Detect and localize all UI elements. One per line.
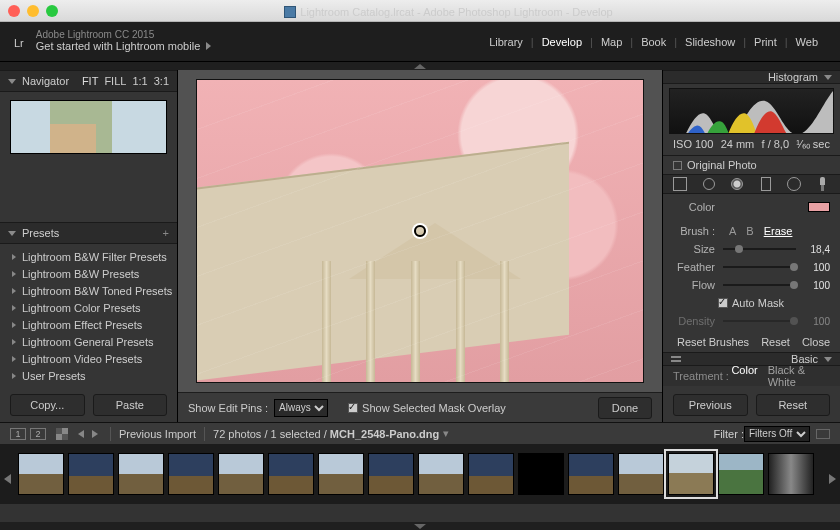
preset-folder[interactable]: Lightroom B&W Filter Presets xyxy=(0,248,177,265)
show-edit-pins-label: Show Edit Pins : xyxy=(188,402,268,414)
automask-checkbox[interactable] xyxy=(718,298,728,308)
preset-folder[interactable]: Lightroom B&W Presets xyxy=(0,265,177,282)
brush-erase-tab[interactable]: Erase xyxy=(764,225,793,237)
center-panel: Show Edit Pins : Always Show Selected Ma… xyxy=(178,70,662,422)
filmstrip-thumb[interactable] xyxy=(118,453,164,495)
treatment-bw[interactable]: Black & White xyxy=(768,364,830,388)
color-swatch[interactable] xyxy=(808,202,830,212)
histogram-header[interactable]: Histogram xyxy=(663,70,840,84)
main-window-button[interactable]: 1 xyxy=(10,428,26,440)
filmstrip-bar: 1 2 Previous Import 72 photos / 1 select… xyxy=(0,422,840,444)
spot-tool[interactable] xyxy=(700,175,718,193)
zoom-1-1[interactable]: 1:1 xyxy=(132,75,147,87)
size-slider[interactable] xyxy=(723,248,796,250)
flow-slider[interactable] xyxy=(723,284,796,286)
filmstrip-thumb[interactable] xyxy=(318,453,364,495)
preset-folder[interactable]: User Presets xyxy=(0,367,177,384)
filmstrip-thumb[interactable] xyxy=(368,453,414,495)
filmstrip-thumb[interactable] xyxy=(168,453,214,495)
basic-title: Basic xyxy=(791,353,818,365)
filmstrip-thumb[interactable] xyxy=(268,453,314,495)
module-develop[interactable]: Develop xyxy=(534,36,590,48)
flow-value: 100 xyxy=(802,280,830,291)
presets-header[interactable]: Presets + xyxy=(0,222,177,244)
show-edit-pins-select[interactable]: Always xyxy=(274,399,328,417)
filter-select[interactable]: Filters Off xyxy=(744,426,810,442)
second-window-button[interactable]: 2 xyxy=(30,428,46,440)
traffic-light-minimize[interactable] xyxy=(27,5,39,17)
filmstrip-thumb[interactable] xyxy=(768,453,814,495)
preset-folder[interactable]: Lightroom Video Presets xyxy=(0,350,177,367)
brush-pin-icon[interactable] xyxy=(414,225,426,237)
copy-button[interactable]: Copy... xyxy=(10,394,85,416)
basic-header[interactable]: Basic xyxy=(663,352,840,366)
adjustment-brush-tool[interactable] xyxy=(814,175,832,193)
preset-folder[interactable]: Lightroom Color Presets xyxy=(0,299,177,316)
zoom-fit[interactable]: FIT xyxy=(82,75,99,87)
filmstrip-thumb[interactable] xyxy=(618,453,664,495)
module-print[interactable]: Print xyxy=(746,36,785,48)
filmstrip-thumb[interactable] xyxy=(418,453,464,495)
crop-tool[interactable] xyxy=(671,175,689,193)
filmstrip-thumb[interactable] xyxy=(68,453,114,495)
radial-filter-tool[interactable] xyxy=(785,175,803,193)
left-button-row: Copy... Paste xyxy=(0,388,177,422)
navigator-preview[interactable] xyxy=(10,100,167,154)
original-photo-row[interactable]: Original Photo xyxy=(663,156,840,175)
identity-plate[interactable]: Adobe Lightroom CC 2015 Get started with… xyxy=(36,29,211,54)
filmstrip-thumb[interactable] xyxy=(518,453,564,495)
grid-icon[interactable] xyxy=(56,428,68,440)
photo-canvas[interactable] xyxy=(196,79,644,383)
filter-label: Filter : xyxy=(713,428,744,440)
nav-back-icon[interactable] xyxy=(78,430,84,438)
close-link[interactable]: Close xyxy=(802,336,830,348)
filmstrip-thumb[interactable] xyxy=(568,453,614,495)
redeye-tool[interactable] xyxy=(728,175,746,193)
preset-folder[interactable]: Lightroom Effect Presets xyxy=(0,316,177,333)
navigator-header[interactable]: Navigator FIT FILL 1:1 3:1 xyxy=(0,70,177,92)
tool-strip xyxy=(663,175,840,194)
preset-folder[interactable]: Lightroom General Presets xyxy=(0,333,177,350)
image-viewport[interactable] xyxy=(178,70,662,392)
automask-row[interactable]: Auto Mask xyxy=(673,294,830,312)
module-web[interactable]: Web xyxy=(788,36,826,48)
filmstrip[interactable] xyxy=(0,444,840,504)
reset-brushes-link[interactable]: Reset Brushes xyxy=(677,336,749,348)
filmstrip-thumb[interactable] xyxy=(668,453,714,495)
feather-value: 100 xyxy=(802,262,830,273)
treatment-color[interactable]: Color xyxy=(731,364,757,388)
header-collapse-handle[interactable] xyxy=(0,62,840,70)
source-crumb[interactable]: Previous Import xyxy=(119,428,196,440)
module-map[interactable]: Map xyxy=(593,36,630,48)
filmstrip-thumb[interactable] xyxy=(718,453,764,495)
filmstrip-thumb[interactable] xyxy=(218,453,264,495)
nav-forward-icon[interactable] xyxy=(92,430,98,438)
previous-button[interactable]: Previous xyxy=(673,394,748,416)
module-library[interactable]: Library xyxy=(481,36,531,48)
module-book[interactable]: Book xyxy=(633,36,674,48)
current-file: MCH_2548-Pano.dng xyxy=(330,428,439,440)
filmstrip-thumb[interactable] xyxy=(468,453,514,495)
histogram[interactable] xyxy=(669,88,834,134)
disclosure-icon xyxy=(8,79,16,84)
traffic-light-close[interactable] xyxy=(8,5,20,17)
paste-button[interactable]: Paste xyxy=(93,394,168,416)
mask-overlay-checkbox[interactable] xyxy=(348,403,358,413)
preset-folder[interactable]: Lightroom B&W Toned Presets xyxy=(0,282,177,299)
reset-link[interactable]: Reset xyxy=(761,336,790,348)
module-slideshow[interactable]: Slideshow xyxy=(677,36,743,48)
add-preset-icon[interactable]: + xyxy=(163,227,169,239)
reset-button[interactable]: Reset xyxy=(756,394,831,416)
filmstrip-collapse-handle[interactable] xyxy=(0,522,840,530)
feather-slider[interactable] xyxy=(723,266,796,268)
filter-lock-icon[interactable] xyxy=(816,429,830,439)
done-button[interactable]: Done xyxy=(598,397,652,419)
brush-b-tab[interactable]: B xyxy=(746,225,753,237)
identity-sub: Adobe Lightroom CC 2015 xyxy=(36,29,211,41)
filmstrip-thumb[interactable] xyxy=(18,453,64,495)
panel-switch-icon[interactable] xyxy=(671,356,681,362)
zoom-fill[interactable]: FILL xyxy=(104,75,126,87)
traffic-light-zoom[interactable] xyxy=(46,5,58,17)
brush-a-tab[interactable]: A xyxy=(729,225,736,237)
zoom-3-1[interactable]: 3:1 xyxy=(154,75,169,87)
